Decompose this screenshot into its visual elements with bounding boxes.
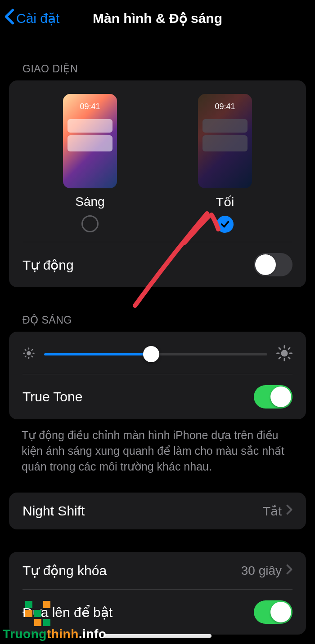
preview-time: 09:41 bbox=[63, 102, 117, 111]
notification-placeholder bbox=[68, 135, 112, 151]
spacer bbox=[0, 529, 315, 552]
dark-preview: 09:41 bbox=[198, 94, 252, 188]
svg-point-0 bbox=[27, 351, 31, 355]
chevron-right-icon bbox=[286, 504, 292, 518]
nav-header: Cài đặt Màn hình & Độ sáng bbox=[0, 0, 315, 36]
svg-line-14 bbox=[279, 348, 280, 349]
watermark-logo bbox=[25, 601, 50, 626]
svg-line-5 bbox=[25, 350, 26, 351]
back-button[interactable]: Cài đặt bbox=[4, 0, 59, 36]
svg-line-6 bbox=[32, 356, 32, 357]
home-indicator bbox=[104, 634, 212, 638]
appearance-card: 09:41 Sáng 09:41 Tối Tự động bbox=[9, 80, 306, 287]
back-label: Cài đặt bbox=[16, 10, 59, 26]
slider-thumb[interactable] bbox=[143, 346, 159, 362]
watermark-text: Truongthinh.info bbox=[3, 627, 106, 641]
automatic-label: Tự động bbox=[22, 257, 74, 273]
appearance-options-row: 09:41 Sáng 09:41 Tối bbox=[9, 80, 306, 242]
night-shift-row[interactable]: Night Shift Tắt bbox=[9, 493, 306, 529]
notification-placeholder bbox=[202, 135, 248, 151]
page-title: Màn hình & Độ sáng bbox=[93, 10, 222, 26]
watermark-part1: Truong bbox=[3, 627, 47, 641]
watermark: Truongthinh.info bbox=[3, 601, 106, 641]
svg-line-15 bbox=[288, 357, 290, 359]
appearance-section-label: GIAO DIỆN bbox=[0, 36, 315, 80]
light-option-label: Sáng bbox=[75, 195, 104, 209]
notification-placeholder bbox=[68, 119, 112, 133]
sun-low-icon bbox=[22, 347, 35, 361]
preview-time: 09:41 bbox=[198, 102, 252, 111]
auto-lock-label: Tự động khóa bbox=[22, 563, 107, 578]
notification-placeholder bbox=[202, 119, 248, 133]
automatic-toggle[interactable] bbox=[254, 253, 292, 276]
svg-line-17 bbox=[288, 348, 290, 349]
light-radio[interactable] bbox=[81, 215, 99, 232]
dark-option-label: Tối bbox=[216, 195, 234, 209]
night-shift-value: Tắt bbox=[263, 504, 282, 519]
night-shift-card[interactable]: Night Shift Tắt bbox=[9, 493, 306, 529]
svg-line-16 bbox=[279, 357, 280, 359]
true-tone-label: True Tone bbox=[22, 389, 82, 404]
slider-fill bbox=[44, 353, 151, 355]
watermark-part3: .info bbox=[79, 627, 107, 641]
brightness-card: True Tone bbox=[9, 332, 306, 419]
toggle-knob bbox=[270, 386, 291, 407]
brightness-section-label: ĐỘ SÁNG bbox=[0, 287, 315, 332]
raise-to-wake-toggle[interactable] bbox=[254, 600, 292, 624]
brightness-slider-row bbox=[9, 332, 306, 374]
auto-lock-row[interactable]: Tự động khóa 30 giây bbox=[9, 552, 306, 589]
svg-line-7 bbox=[25, 356, 26, 357]
auto-lock-value-wrap: 30 giây bbox=[241, 564, 292, 578]
dark-radio[interactable] bbox=[216, 216, 234, 233]
night-shift-value-wrap: Tắt bbox=[263, 504, 292, 519]
svg-point-9 bbox=[281, 350, 288, 357]
toggle-knob bbox=[255, 254, 276, 275]
appearance-option-dark[interactable]: 09:41 Tối bbox=[180, 94, 270, 233]
appearance-option-light[interactable]: 09:41 Sáng bbox=[45, 94, 135, 233]
true-tone-row: True Tone bbox=[9, 374, 306, 419]
svg-line-8 bbox=[32, 350, 32, 351]
chevron-right-icon bbox=[286, 564, 292, 578]
auto-lock-value: 30 giây bbox=[241, 564, 282, 578]
chevron-left-icon bbox=[4, 8, 14, 28]
brightness-slider[interactable] bbox=[44, 346, 267, 362]
sun-high-icon bbox=[276, 345, 292, 363]
watermark-part2: thinh bbox=[47, 627, 79, 641]
night-shift-label: Night Shift bbox=[22, 503, 85, 519]
toggle-knob bbox=[270, 602, 291, 622]
true-tone-toggle[interactable] bbox=[254, 385, 292, 409]
true-tone-description: Tự động điều chỉnh màn hình iPhone dựa t… bbox=[0, 419, 315, 493]
automatic-row: Tự động bbox=[9, 242, 306, 287]
light-preview: 09:41 bbox=[63, 94, 117, 188]
